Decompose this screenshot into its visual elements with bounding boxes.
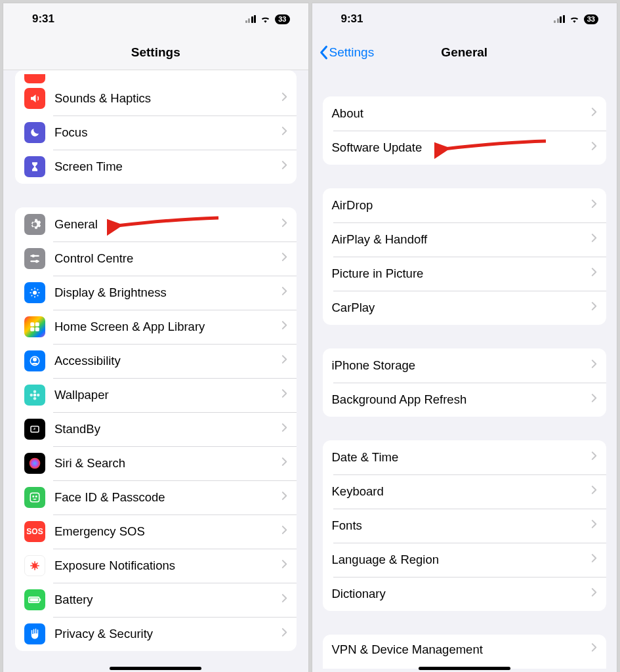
chevron-right-icon	[281, 388, 287, 402]
svg-point-12	[33, 390, 37, 394]
chevron-right-icon	[591, 233, 597, 246]
row-datetime[interactable]: Date & Time	[323, 440, 607, 474]
row-label: About	[332, 106, 592, 121]
clock-icon	[24, 419, 45, 440]
row-privacy[interactable]: Privacy & Security	[15, 617, 297, 651]
row-siri[interactable]: Siri & Search	[15, 446, 297, 480]
row-fonts[interactable]: Fonts	[323, 509, 607, 543]
row-sos[interactable]: SOSEmergency SOS	[15, 514, 297, 549]
chevron-right-icon	[281, 593, 287, 606]
chevron-right-icon	[281, 160, 287, 173]
row-battery[interactable]: Battery	[15, 583, 297, 617]
row-software-update[interactable]: Software Update	[323, 131, 607, 165]
row-screentime[interactable]: Screen Time	[15, 150, 297, 184]
row-airdrop[interactable]: AirDrop	[323, 188, 607, 222]
svg-point-14	[30, 394, 33, 397]
row-carplay[interactable]: CarPlay	[323, 291, 607, 325]
wifi-icon	[569, 15, 580, 23]
settings-group: GeneralControl CentreDisplay & Brightnes…	[15, 207, 297, 651]
row-display[interactable]: Display & Brightness	[15, 276, 297, 310]
chevron-right-icon	[591, 642, 597, 656]
svg-rect-18	[30, 493, 39, 502]
back-button[interactable]: Settings	[319, 45, 375, 60]
chevron-right-icon	[591, 519, 597, 532]
chevron-right-icon	[591, 451, 597, 464]
home-indicator[interactable]	[419, 667, 510, 670]
row-label: AirPlay & Handoff	[332, 232, 592, 247]
svg-point-19	[33, 496, 34, 497]
row-bgrefresh[interactable]: Background App Refresh	[323, 383, 607, 417]
battery-level-icon: 33	[584, 14, 598, 24]
sliders-icon	[24, 248, 45, 269]
settings-list[interactable]: Sounds & HapticsFocusScreen TimeGeneralC…	[3, 70, 308, 672]
sun-icon	[24, 282, 45, 303]
row-label: Exposure Notifications	[54, 558, 281, 573]
row-airplay[interactable]: AirPlay & Handoff	[323, 222, 607, 257]
row-dictionary[interactable]: Dictionary	[323, 577, 607, 611]
svg-point-13	[33, 397, 37, 400]
row-label: Privacy & Security	[54, 627, 281, 641]
home-indicator[interactable]	[110, 667, 201, 670]
moon-icon	[24, 122, 45, 143]
row-label: General	[54, 217, 281, 232]
hand-icon	[24, 623, 45, 644]
settings-screen: 9:31 33 Settings Sounds & HapticsFocusSc…	[3, 3, 309, 672]
row-label: VPN & Device Management	[332, 642, 592, 657]
row-label: Display & Brightness	[54, 285, 281, 300]
row-label: Keyboard	[332, 484, 592, 499]
row-label: Picture in Picture	[332, 266, 592, 281]
chevron-right-icon	[591, 359, 597, 372]
row-standby[interactable]: StandBy	[15, 412, 297, 446]
row-label: Sounds & Haptics	[54, 91, 281, 106]
chevron-right-icon	[281, 627, 287, 640]
general-list[interactable]: AboutSoftware UpdateAirDropAirPlay & Han…	[312, 70, 617, 672]
svg-point-11	[33, 394, 37, 397]
chevron-right-icon	[591, 485, 597, 498]
row-storage[interactable]: iPhone Storage	[323, 348, 607, 383]
row-label: Software Update	[332, 140, 592, 155]
row-sounds[interactable]: Sounds & Haptics	[15, 81, 297, 116]
settings-group: AirDropAirPlay & HandoffPicture in Pictu…	[323, 188, 607, 325]
row-focus[interactable]: Focus	[15, 116, 297, 150]
row-general[interactable]: General	[15, 207, 297, 242]
gear-icon	[24, 214, 45, 235]
page-title: Settings	[131, 45, 180, 60]
chevron-right-icon	[281, 320, 287, 333]
row-keyboard[interactable]: Keyboard	[323, 474, 607, 509]
face-icon	[24, 487, 45, 508]
row-faceid[interactable]: Face ID & Passcode	[15, 480, 297, 514]
row-about[interactable]: About	[323, 96, 607, 131]
chevron-right-icon	[281, 559, 287, 572]
row-exposure[interactable]: Exposure Notifications	[15, 549, 297, 583]
row-label: Fonts	[332, 518, 592, 533]
siri-icon	[24, 453, 45, 474]
cellular-signal-icon	[554, 15, 565, 23]
svg-rect-24	[30, 598, 39, 602]
row-language[interactable]: Language & Region	[323, 543, 607, 577]
row-label: Screen Time	[54, 159, 281, 174]
settings-group: Sounds & HapticsFocusScreen Time	[15, 81, 297, 184]
chevron-right-icon	[281, 126, 287, 139]
chevron-right-icon	[281, 252, 287, 265]
settings-group: AboutSoftware Update	[323, 96, 607, 165]
chevron-right-icon	[281, 286, 287, 299]
page-title: General	[441, 45, 487, 60]
row-vpn[interactable]: VPN & Device Management	[323, 635, 607, 669]
flower-icon	[24, 385, 45, 406]
status-bar: 9:31 33	[3, 3, 308, 35]
svg-rect-8	[35, 327, 39, 331]
svg-rect-7	[30, 327, 34, 331]
row-accessibility[interactable]: Accessibility	[15, 344, 297, 378]
apps-icon	[24, 316, 45, 337]
svg-rect-5	[30, 322, 34, 326]
row-label: Wallpaper	[54, 388, 281, 402]
row-pip[interactable]: Picture in Picture	[323, 257, 607, 291]
nav-header: Settings General	[312, 35, 617, 70]
svg-point-20	[36, 496, 37, 497]
hourglass-icon	[24, 156, 45, 177]
chevron-right-icon	[591, 141, 597, 154]
row-wallpaper[interactable]: Wallpaper	[15, 378, 297, 412]
row-control-centre[interactable]: Control Centre	[15, 242, 297, 276]
chevron-right-icon	[281, 92, 287, 105]
row-homescreen[interactable]: Home Screen & App Library	[15, 310, 297, 344]
